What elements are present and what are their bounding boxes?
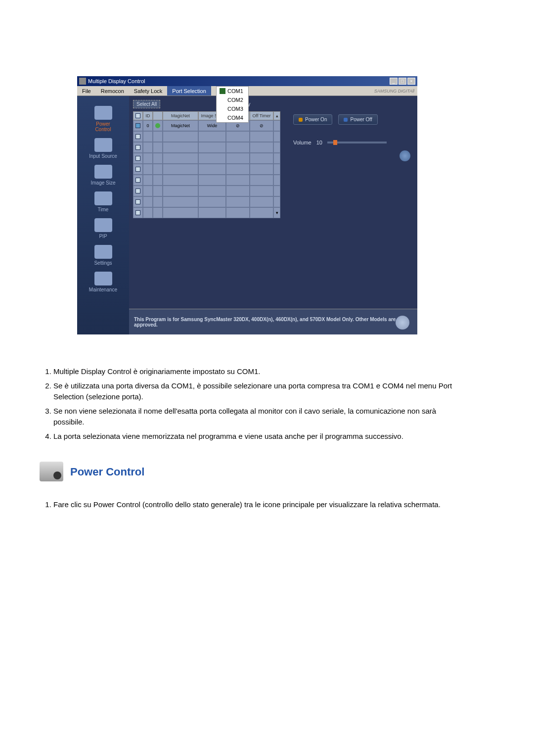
footer-text: This Program is for Samsung SyncMaster 3… (134, 317, 412, 328)
port-option-com2[interactable]: COM2 (217, 95, 248, 104)
size-icon (94, 165, 112, 179)
app-window: Multiple Display Control _ □ × File Remo… (77, 76, 417, 334)
power-on-icon (299, 118, 303, 122)
scroll-down[interactable]: ▾ (273, 207, 280, 218)
input-icon (94, 138, 112, 152)
row-checkbox[interactable] (135, 178, 140, 183)
settings-icon (94, 245, 112, 259)
row-checkbox[interactable] (135, 210, 140, 215)
power-icon (94, 106, 112, 120)
sidebar-item-input-source[interactable]: Input Source (89, 138, 118, 159)
table-row[interactable] (133, 175, 286, 186)
menu-file[interactable]: File (77, 86, 96, 95)
power-off-button[interactable]: Power Off (338, 114, 377, 125)
volume-slider[interactable] (327, 142, 387, 143)
document-text: Multiple Display Control è originariamen… (40, 366, 465, 514)
table-row[interactable]: 0 MagicNet Wide ⊘ ⊘ (133, 120, 286, 131)
sidebar: Power Control Input Source Image Size Ti… (77, 96, 129, 334)
row-checkbox[interactable] (135, 145, 140, 150)
control-panel: Power On Power Off Volume 10 (290, 111, 413, 218)
scrollbar[interactable] (273, 120, 280, 131)
sidebar-label: Settings (94, 260, 112, 266)
sidebar-label: PIP (99, 234, 107, 239)
power-on-button[interactable]: Power On (293, 114, 332, 125)
port-option-com4[interactable]: COM4 (217, 113, 248, 122)
sidebar-label: Maintenance (89, 287, 117, 292)
row-magic: MagicNet (163, 120, 198, 131)
menu-port-selection[interactable]: Port Selection (167, 86, 211, 95)
title-bar: Multiple Display Control _ □ × (77, 76, 417, 86)
sidebar-item-settings[interactable]: Settings (89, 245, 118, 266)
row-id: 0 (143, 120, 153, 131)
row-checkbox[interactable] (135, 134, 140, 139)
sidebar-label: Input Source (89, 153, 117, 159)
row-checkbox[interactable] (135, 189, 140, 193)
power-off-icon (344, 118, 348, 122)
volume-control: Volume 10 (293, 140, 410, 145)
time-icon (94, 191, 112, 205)
list-item: Se è utilizzata una porta diversa da COM… (53, 380, 465, 403)
power-off-label: Power Off (350, 117, 372, 122)
col-off-timer[interactable]: Off Timer (250, 111, 273, 120)
toolbar: Select All Busy (133, 100, 413, 108)
maximize-button[interactable]: □ (399, 78, 406, 85)
window-controls: _ □ × (390, 78, 415, 85)
sidebar-item-time[interactable]: Time (89, 191, 118, 212)
sidebar-label: Time (98, 207, 109, 212)
section-title: Power Control (70, 464, 144, 480)
display-grid: ID MagicNet Image Size On Timer Off Time… (133, 111, 286, 218)
row-checkbox[interactable] (135, 156, 140, 161)
list-item: La porta selezionata viene memorizzata n… (53, 431, 465, 442)
sidebar-item-power-control[interactable]: Power Control (89, 106, 118, 132)
notes-list: Multiple Display Control è originariamen… (40, 366, 465, 442)
sidebar-item-maintenance[interactable]: Maintenance (89, 272, 118, 292)
minimize-button[interactable]: _ (390, 78, 398, 85)
list-item: Fare clic su Power Control (controllo de… (53, 499, 465, 511)
table-row[interactable] (133, 186, 286, 196)
section-list: Fare clic su Power Control (controllo de… (40, 499, 465, 511)
table-row[interactable] (133, 131, 286, 142)
port-option-com3[interactable]: COM3 (217, 104, 248, 113)
sidebar-item-image-size[interactable]: Image Size (89, 165, 118, 186)
volume-label: Volume (293, 140, 312, 145)
hand-cursor-icon (396, 316, 409, 330)
col-status[interactable] (153, 111, 163, 120)
scroll-up[interactable]: ▴ (273, 111, 280, 120)
brand-label: SAMSUNG DIGITAll (374, 89, 417, 94)
sidebar-label: Power Control (89, 121, 118, 132)
row-checkbox[interactable] (135, 123, 140, 128)
table-row[interactable] (133, 196, 286, 207)
row-checkbox[interactable] (135, 199, 140, 204)
port-selection-dropdown: COM1 COM2 COM3 COM4 (216, 86, 249, 123)
table-row[interactable] (133, 164, 286, 175)
list-item: Se non viene selezionata il nome dell'es… (53, 406, 465, 428)
power-on-label: Power On (305, 117, 327, 122)
close-button[interactable]: × (407, 78, 415, 85)
window-title: Multiple Display Control (88, 78, 145, 84)
volume-value: 10 (316, 140, 322, 145)
row-offtimer: ⊘ (250, 120, 273, 131)
port-option-com1[interactable]: COM1 (217, 87, 248, 95)
footer-message: This Program is for Samsung SyncMaster 3… (129, 309, 417, 334)
menu-safety-lock[interactable]: Safety Lock (129, 86, 167, 95)
pip-icon (94, 218, 112, 232)
col-checkbox[interactable] (133, 111, 143, 120)
power-control-icon (40, 462, 63, 481)
grid-header: ID MagicNet Image Size On Timer Off Time… (133, 111, 286, 120)
speaker-icon[interactable] (400, 150, 410, 161)
col-id[interactable]: ID (143, 111, 153, 120)
app-icon (79, 78, 86, 85)
status-dot-icon (155, 123, 160, 128)
select-all-button[interactable]: Select All (133, 100, 160, 108)
table-row[interactable]: ▾ (133, 207, 286, 218)
sidebar-label: Image Size (90, 180, 115, 186)
maintenance-icon (94, 272, 112, 285)
sidebar-item-pip[interactable]: PIP (89, 218, 118, 239)
list-item: Multiple Display Control è originariamen… (53, 366, 465, 378)
table-row[interactable] (133, 153, 286, 164)
col-magicnet[interactable]: MagicNet (163, 111, 198, 120)
table-row[interactable] (133, 142, 286, 153)
menu-remocon[interactable]: Remocon (96, 86, 129, 95)
row-checkbox[interactable] (135, 167, 140, 172)
content-area: COM1 COM2 COM3 COM4 Select All Busy ID (129, 96, 417, 334)
